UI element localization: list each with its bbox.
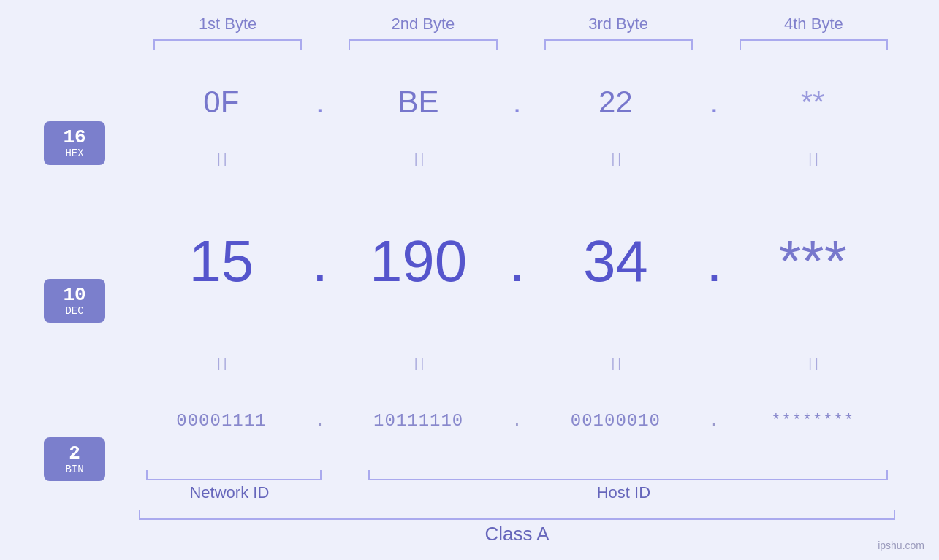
hex-byte3-cell: 22 xyxy=(533,85,699,120)
eq2-b3: || xyxy=(533,356,699,371)
class-bracket xyxy=(139,510,895,520)
bin-byte2-cell: 10111110 xyxy=(336,411,501,431)
bin-base-number: 2 xyxy=(69,444,80,463)
bottom-brackets-section: Network ID Host ID xyxy=(139,470,895,502)
eq2-b2: || xyxy=(336,356,501,371)
equals-row-2: || || || || xyxy=(139,352,895,375)
bin-sep1: . xyxy=(304,411,336,431)
dec-badge: 10 DEC xyxy=(44,279,105,323)
byte1-header: 1st Byte xyxy=(146,15,309,34)
data-content-area: 0F . BE . 22 . ** xyxy=(139,57,895,545)
hex-data-row: 0F . BE . 22 . ** xyxy=(139,57,895,147)
main-container: 1st Byte 2nd Byte 3rd Byte 4th Byte 16 H… xyxy=(0,0,939,560)
hex-byte2-cell: BE xyxy=(336,85,501,120)
eq2-b4: || xyxy=(730,356,895,371)
hex-sep2: . xyxy=(501,85,533,120)
bin-byte1-value: 00001111 xyxy=(176,411,266,431)
hex-badge: 16 HEX xyxy=(44,121,105,165)
bin-byte3-cell: 00100010 xyxy=(533,411,699,431)
dec-byte1-value: 15 xyxy=(189,228,254,295)
eq1-b3: || xyxy=(533,152,699,166)
bracket-network xyxy=(146,470,322,480)
bracket-top-1 xyxy=(153,39,302,50)
eq1-b1: || xyxy=(139,152,304,166)
main-data-grid: 16 HEX 10 DEC 2 BIN 0F . xyxy=(44,57,895,545)
byte3-header: 3rd Byte xyxy=(537,15,700,34)
byte4-header: 4th Byte xyxy=(732,15,895,34)
class-section: Class A xyxy=(139,510,895,545)
dec-sep2: . xyxy=(501,228,533,295)
bin-byte2-value: 10111110 xyxy=(373,411,463,431)
bin-sep2: . xyxy=(501,411,533,431)
dec-byte3-value: 34 xyxy=(583,228,648,295)
bracket-top-2 xyxy=(349,39,497,50)
dec-byte2-value: 190 xyxy=(370,228,467,295)
dec-sep1: . xyxy=(304,228,336,295)
hex-byte3-value: 22 xyxy=(598,85,633,120)
dec-data-row: 15 . 190 . 34 . *** xyxy=(139,171,895,352)
eq1-b4: || xyxy=(730,152,895,166)
dec-byte4-value: *** xyxy=(778,228,846,295)
equals-row-1: || || || || xyxy=(139,147,895,171)
network-id-label: Network ID xyxy=(139,483,320,502)
hex-base-label: HEX xyxy=(65,148,83,158)
hex-base-number: 16 xyxy=(63,128,85,147)
hex-sep3: . xyxy=(698,85,730,120)
dec-base-number: 10 xyxy=(63,285,85,304)
bracket-top-3 xyxy=(544,39,693,50)
host-id-label: Host ID xyxy=(352,483,895,502)
dec-byte2-cell: 190 xyxy=(336,228,501,295)
dec-byte1-cell: 15 xyxy=(139,228,304,295)
hex-byte2-value: BE xyxy=(398,85,439,120)
class-label: Class A xyxy=(139,523,895,545)
bracket-host xyxy=(368,470,888,480)
eq1-b2: || xyxy=(336,152,501,166)
hex-sep1: . xyxy=(304,85,336,120)
bin-badge: 2 BIN xyxy=(44,437,105,481)
bin-byte4-cell: ******** xyxy=(730,412,895,430)
bin-data-row: 00001111 . 10111110 . 00100010 . xyxy=(139,375,895,466)
bin-byte4-value: ******** xyxy=(771,412,854,430)
dec-byte3-cell: 34 xyxy=(533,228,699,295)
eq2-b1: || xyxy=(139,356,304,371)
watermark: ipshu.com xyxy=(878,540,924,551)
dec-base-label: DEC xyxy=(65,306,83,316)
bin-byte3-value: 00100010 xyxy=(571,411,661,431)
bottom-labels-row: Network ID Host ID xyxy=(139,483,895,502)
bin-base-label: BIN xyxy=(65,464,83,475)
bottom-brackets-row xyxy=(139,470,895,480)
bin-byte1-cell: 00001111 xyxy=(139,411,304,431)
base-labels-column: 16 HEX 10 DEC 2 BIN xyxy=(44,57,139,545)
hex-byte4-value: ** xyxy=(801,85,825,120)
bracket-top-4 xyxy=(740,39,888,50)
hex-byte4-cell: ** xyxy=(730,85,895,120)
byte2-header: 2nd Byte xyxy=(341,15,504,34)
top-brackets xyxy=(44,39,895,50)
dec-byte4-cell: *** xyxy=(730,228,895,295)
hex-byte1-value: 0F xyxy=(203,85,239,120)
hex-byte1-cell: 0F xyxy=(139,85,304,120)
byte-headers: 1st Byte 2nd Byte 3rd Byte 4th Byte xyxy=(44,15,895,34)
dec-sep3: . xyxy=(698,228,730,295)
bin-sep3: . xyxy=(698,411,730,431)
